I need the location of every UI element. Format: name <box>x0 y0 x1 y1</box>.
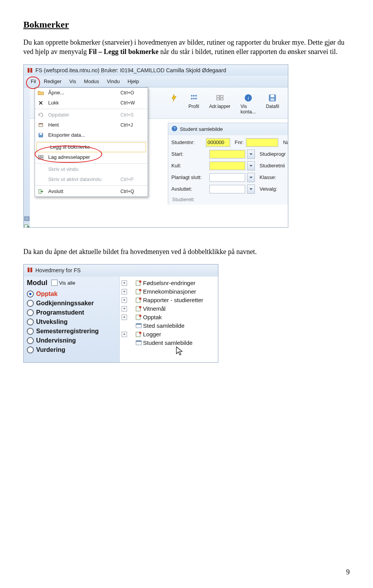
tree-item[interactable]: + Logger <box>120 330 218 339</box>
dd-label: Skriv ut aktivt datavindu <box>47 176 120 182</box>
combo-start[interactable] <box>247 150 255 159</box>
svg-rect-48 <box>136 341 141 342</box>
form-row-avsluttet: Avsluttet: Veivalg: <box>171 184 288 194</box>
input-kull[interactable] <box>209 162 245 170</box>
radio-programstudent[interactable]: Programstudent <box>27 308 116 317</box>
dd-oppdater[interactable]: Oppdater Ctrl+S <box>35 110 148 120</box>
input-planlagt-slutt[interactable] <box>209 173 245 182</box>
combo-avsluttet[interactable] <box>247 184 255 194</box>
label-kull: Kull: <box>171 163 207 169</box>
dd-separator <box>35 185 148 186</box>
expander-icon[interactable]: + <box>122 332 127 337</box>
expander-icon[interactable]: + <box>122 289 127 294</box>
dd-shortcut: Ctrl+P <box>120 177 148 182</box>
tbtn-viskonta[interactable]: i Vis konta... <box>241 94 256 115</box>
menu-fil[interactable]: Fil <box>27 77 40 85</box>
radio-label: Godkjenningssaker <box>36 300 94 307</box>
vbar-icon-1[interactable] <box>24 216 30 222</box>
report-icon <box>135 314 142 321</box>
tree-item-student-samlebilde[interactable]: Student samlebilde <box>120 339 218 347</box>
tree-item[interactable]: + Vitnemål <box>120 304 218 313</box>
tree-label: Opptak <box>143 314 162 320</box>
dd-separator <box>35 141 148 141</box>
tbtn-adrlapper[interactable]: Adr.lapper <box>209 94 230 109</box>
svg-rect-28 <box>38 158 40 159</box>
label-na: Na <box>283 139 288 145</box>
input-fnr[interactable] <box>246 138 278 147</box>
tbtn-label: Datafil <box>266 104 279 109</box>
vertical-toolbar <box>24 87 30 228</box>
input-studentnr[interactable]: 000000 <box>206 138 230 147</box>
dd-label: Lukk <box>47 100 120 106</box>
dd-legg-til-bokmerke[interactable]: Legg til bokmerke <box>37 142 146 152</box>
dd-open[interactable]: Åpne... Ctrl+O <box>35 88 148 98</box>
svg-rect-7 <box>191 98 192 99</box>
svg-rect-17 <box>271 94 274 97</box>
radio-label: Vurdering <box>36 346 65 353</box>
menu-rediger[interactable]: Rediger <box>40 77 66 85</box>
radio-utveksling[interactable]: Utveksling <box>27 317 116 327</box>
dd-label: Skriv ut vindu <box>47 166 120 172</box>
tbtn-datafil[interactable]: Datafil <box>266 94 279 109</box>
dd-close[interactable]: Lukk Ctrl+W <box>35 98 148 108</box>
svg-rect-0 <box>28 68 30 73</box>
radio-label: Utveksling <box>36 318 68 325</box>
combo-kull[interactable] <box>247 161 255 170</box>
dd-eksporter[interactable]: Eksporter data... <box>35 130 148 140</box>
expander-icon[interactable]: + <box>122 306 127 311</box>
tree-item[interactable]: + Rapporter - studieretter <box>120 296 218 304</box>
combo-planlagt-slutt[interactable] <box>247 173 255 182</box>
fs-app-window: FS (wefsprod.itea.ntnu.no) Bruker: I0194… <box>23 64 288 228</box>
tree-item[interactable]: + Fødselsnr-endringer <box>120 279 218 287</box>
input-start[interactable] <box>209 150 245 158</box>
dd-label: Legg til bokmerke <box>49 144 119 150</box>
tree-item[interactable]: + Opptak <box>120 313 218 322</box>
radio-undervisning[interactable]: Undervisning <box>27 336 116 345</box>
tbtn-profil[interactable]: Profil <box>188 94 199 109</box>
radio-godkjenningssaker[interactable]: Godkjenningssaker <box>27 299 116 308</box>
svg-rect-44 <box>136 324 141 325</box>
dd-shortcut: Ctrl+Q <box>120 189 148 194</box>
hovedmeny-module-panel: Modul Vis alle Opptak Godkjenningssaker … <box>24 277 120 362</box>
section-heading: Bokmerker <box>23 19 350 30</box>
form-row-studentnr: Studentnr: 000000 Fnr: Na <box>171 137 288 148</box>
label-klasse: Klasse: <box>260 174 276 180</box>
labels-icon <box>35 155 47 160</box>
svg-rect-23 <box>39 124 43 124</box>
expander-icon[interactable]: + <box>122 315 127 320</box>
save-icon <box>268 94 277 102</box>
module-heading: Modul <box>27 279 47 287</box>
dd-hent[interactable]: Hent Ctrl+J <box>35 120 148 130</box>
expander-icon[interactable]: + <box>122 280 127 286</box>
help-icon[interactable]: ? <box>171 125 178 133</box>
radio-opptak[interactable]: Opptak <box>27 289 116 299</box>
input-avsluttet[interactable] <box>209 185 245 193</box>
expander-icon[interactable]: + <box>122 297 127 303</box>
menu-vindu[interactable]: Vindu <box>103 77 124 85</box>
tree-item[interactable]: Sted samlebilde <box>120 322 218 330</box>
svg-rect-1 <box>30 68 32 73</box>
svg-rect-8 <box>193 98 195 99</box>
menu-hjelp[interactable]: Hjelp <box>124 77 143 85</box>
dd-lag-adresselapper[interactable]: Lag adresselapper <box>35 152 148 162</box>
label-studentnr: Studentnr: <box>171 139 204 145</box>
menu-vis[interactable]: Vis <box>65 77 80 85</box>
svg-rect-10 <box>216 95 219 97</box>
lightning-icon <box>170 94 178 102</box>
menu-modus[interactable]: Modus <box>80 77 103 85</box>
dd-avslutt[interactable]: Avslutt Ctrl+Q <box>35 186 148 197</box>
dd-separator <box>35 109 148 109</box>
tbtn-lightning[interactable] <box>170 94 178 104</box>
tree-label: Emnekombinasjoner <box>143 288 196 295</box>
labels-icon <box>216 94 224 102</box>
radio-vurdering[interactable]: Vurdering <box>27 345 116 355</box>
dd-skriv-ut-vindu[interactable]: Skriv ut vindu <box>35 164 148 174</box>
tree-item[interactable]: + Emnekombinasjoner <box>120 287 218 296</box>
radio-label: Semesterregistrering <box>36 328 99 335</box>
svg-rect-18 <box>271 98 274 101</box>
vis-alle-checkbox[interactable]: Vis alle <box>51 280 75 286</box>
dd-skriv-ut-aktivt[interactable]: Skriv ut aktivt datavindu Ctrl+P <box>35 174 148 184</box>
radio-semesterregistrering[interactable]: Semesterregistrering <box>27 327 116 336</box>
svg-rect-12 <box>220 95 223 97</box>
vbar-exit-icon[interactable] <box>24 224 30 228</box>
